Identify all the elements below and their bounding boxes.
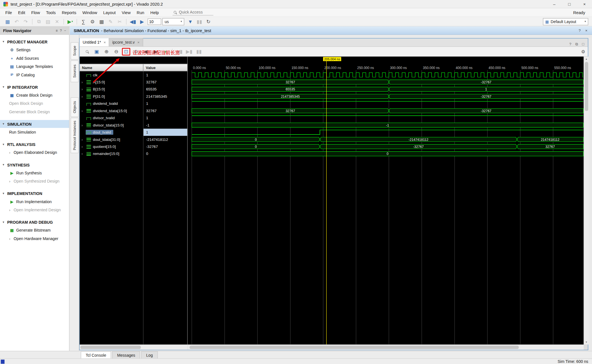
wave-horizontal-scrollbar[interactable] bbox=[188, 345, 584, 350]
signal-row-dout-tvalid[interactable]: dout_tvalid bbox=[80, 129, 143, 136]
menu-item-reports[interactable]: Reports bbox=[59, 9, 79, 16]
flow-section-project-manager[interactable]: ▾PROJECT MANAGER bbox=[0, 38, 69, 46]
relaunch-icon[interactable]: ↻ bbox=[205, 18, 212, 25]
zoom-in-icon[interactable]: ⊕ bbox=[102, 48, 111, 55]
save-waveform-icon[interactable]: ▣ bbox=[92, 48, 101, 55]
find-icon[interactable] bbox=[83, 48, 91, 55]
scroll-down-icon[interactable]: ▼ bbox=[584, 340, 589, 345]
expander-icon[interactable]: › bbox=[81, 123, 86, 127]
signal-row-b-15-0[interactable]: ›B[15:0] bbox=[80, 86, 143, 93]
name-value-splitter[interactable] bbox=[143, 71, 143, 345]
open-recent-icon[interactable]: ▦ bbox=[4, 18, 11, 25]
menu-item-view[interactable]: View bbox=[119, 9, 134, 16]
side-tab-objects[interactable]: Objects bbox=[70, 97, 78, 117]
expander-icon[interactable]: › bbox=[81, 94, 86, 98]
flow-item-settings[interactable]: ⚙Settings bbox=[0, 46, 69, 54]
dashboard-icon[interactable]: ▦ bbox=[98, 18, 105, 25]
flow-item-generate-bitstream[interactable]: ▦Generate Bitstream bbox=[0, 226, 69, 234]
collapse-icon[interactable]: − bbox=[63, 28, 67, 32]
flow-item-run-simulation[interactable]: Run Simulation bbox=[0, 128, 69, 136]
close-icon[interactable]: × bbox=[104, 40, 106, 45]
flow-item-open-hardware-manager[interactable]: ›Open Hardware Manager bbox=[0, 234, 69, 243]
menu-item-help[interactable]: Help bbox=[147, 9, 162, 16]
close-icon[interactable]: × bbox=[137, 40, 140, 45]
expander-icon[interactable]: › bbox=[81, 152, 86, 156]
flow-section-implementation[interactable]: ▾IMPLEMENTATION bbox=[0, 189, 69, 197]
layout-select[interactable]: ▦ Default Layout ▾ bbox=[543, 18, 588, 25]
expander-icon[interactable]: › bbox=[81, 80, 86, 84]
simulation-runtime-input[interactable] bbox=[148, 18, 161, 25]
float-icon[interactable]: ⧉ bbox=[573, 42, 580, 46]
names-scroll-thumb[interactable] bbox=[80, 346, 141, 349]
help-icon[interactable]: ? bbox=[567, 42, 574, 46]
side-tab-scope[interactable]: Scope bbox=[70, 42, 78, 60]
flow-item-language-templates[interactable]: ▤Language Templates bbox=[0, 62, 69, 70]
flow-section-program-and-debug[interactable]: ▾PROGRAM AND DEBUG bbox=[0, 218, 69, 226]
zoom-out-icon[interactable]: ⊖ bbox=[112, 48, 120, 55]
signal-row-clk[interactable]: clk bbox=[80, 71, 143, 78]
signal-row-p-31-0[interactable]: ›P[31:0] bbox=[80, 93, 143, 100]
flow-section-synthesis[interactable]: ▾SYNTHESIS bbox=[0, 161, 69, 169]
close-button[interactable]: × bbox=[577, 0, 592, 8]
restart-sim-icon[interactable]: ◀▮ bbox=[129, 18, 137, 25]
maximize-button[interactable]: □ bbox=[562, 0, 577, 8]
flow-section-ip-integrator[interactable]: ▾IP INTEGRATOR bbox=[0, 83, 69, 91]
flow-item-ip-catalog[interactable]: IPIP Catalog bbox=[0, 70, 69, 79]
name-column-header[interactable]: Name bbox=[80, 64, 143, 71]
menu-item-edit[interactable]: Edit bbox=[15, 9, 28, 16]
help-icon[interactable]: ? bbox=[59, 28, 63, 32]
run-all-icon[interactable]: ▶ bbox=[138, 18, 146, 25]
flow-item-run-implementation[interactable]: ▶Run Implementation bbox=[0, 197, 69, 205]
names-horizontal-scrollbar[interactable] bbox=[80, 345, 188, 350]
settings-gear-icon[interactable]: ⚙ bbox=[89, 18, 96, 25]
flow-item-add-sources[interactable]: +Add Sources bbox=[0, 54, 69, 62]
layout-toggle-icon[interactable]: ≡ bbox=[54, 28, 59, 32]
flow-item-open-elaborated-design[interactable]: ›Open Elaborated Design bbox=[0, 148, 69, 156]
expander-icon[interactable]: › bbox=[81, 145, 86, 148]
signal-row-divisor-tdata-15-0[interactable]: ›divisor_tdata[15:0] bbox=[80, 121, 143, 128]
quick-access-input[interactable] bbox=[178, 9, 210, 15]
minimize-button[interactable]: – bbox=[547, 0, 562, 8]
report-icon[interactable]: ∑ bbox=[80, 18, 87, 25]
bottom-tab-tcl-console[interactable]: Tcl Console bbox=[81, 351, 111, 358]
bottom-tab-messages[interactable]: Messages bbox=[112, 351, 140, 358]
expander-icon[interactable]: › bbox=[81, 87, 86, 91]
expander-icon[interactable]: › bbox=[81, 137, 86, 141]
signal-row-dividend-tvalid[interactable]: dividend_tvalid bbox=[80, 100, 143, 107]
signal-row-a-15-0[interactable]: ›A[15:0] bbox=[80, 79, 143, 86]
side-tab-sources[interactable]: Sources bbox=[70, 60, 78, 82]
editor-tab-untitled-1[interactable]: Untitled 1*× bbox=[80, 38, 109, 46]
run-button[interactable]: ▶▾ bbox=[67, 18, 74, 25]
flow-section-rtl-analysis[interactable]: ▾RTL ANALYSIS bbox=[0, 140, 69, 148]
vertical-scroll-thumb[interactable] bbox=[585, 62, 588, 111]
signal-row-quotient-15-0[interactable]: ›quotient[15:0] bbox=[80, 143, 143, 150]
help-icon[interactable]: ? bbox=[576, 28, 583, 32]
menu-item-layout[interactable]: Layout bbox=[100, 9, 119, 16]
signal-row-dout-tdata-31-0[interactable]: ›dout_tdata[31:0] bbox=[80, 136, 143, 143]
menu-item-run[interactable]: Run bbox=[134, 9, 147, 16]
bottom-tab-log[interactable]: Log bbox=[141, 351, 158, 358]
run-for-icon[interactable]: ▼ bbox=[187, 18, 194, 25]
close-icon[interactable]: × bbox=[583, 28, 590, 32]
side-tab-protocol-instances[interactable]: Protocol Instances bbox=[70, 118, 78, 153]
expander-icon[interactable]: › bbox=[81, 109, 86, 112]
waveform-canvas[interactable]: 0.000 ns50.000 ns100.000 ns150.000 ns200… bbox=[188, 57, 584, 345]
menu-item-window[interactable]: Window bbox=[79, 9, 100, 16]
signal-row-divisor-tvalid[interactable]: divisor_tvalid bbox=[80, 114, 143, 121]
signal-row-remainder-15-0[interactable]: ›remainder[15:0] bbox=[80, 150, 143, 157]
menu-item-flow[interactable]: Flow bbox=[28, 9, 43, 16]
wave-settings-gear-icon[interactable]: ⚙ bbox=[581, 49, 585, 54]
scroll-up-icon[interactable]: ▲ bbox=[584, 57, 589, 61]
value-column-header[interactable]: Value bbox=[143, 64, 188, 71]
vertical-scrollbar[interactable]: ▲ ▼ bbox=[584, 57, 589, 345]
quick-access-search[interactable] bbox=[173, 9, 213, 15]
signal-row-dividend-tdata-15-0[interactable]: ›dividend_tdata[15:0] bbox=[80, 107, 143, 114]
flow-item-create-block-design[interactable]: ▦Create Block Design bbox=[0, 91, 69, 99]
editor-tab-ipcore-test-v[interactable]: ipcore_test.v× bbox=[109, 38, 143, 46]
menu-item-tools[interactable]: Tools bbox=[43, 9, 59, 16]
flow-section-simulation[interactable]: ▾SIMULATION bbox=[0, 120, 69, 128]
flow-item-run-synthesis[interactable]: ▶Run Synthesis bbox=[0, 169, 69, 177]
menu-item-file[interactable]: File bbox=[2, 9, 15, 16]
zoom-fit-icon[interactable]: ⊡ bbox=[122, 48, 130, 55]
runtime-unit-select[interactable]: us ▾ bbox=[162, 18, 184, 25]
